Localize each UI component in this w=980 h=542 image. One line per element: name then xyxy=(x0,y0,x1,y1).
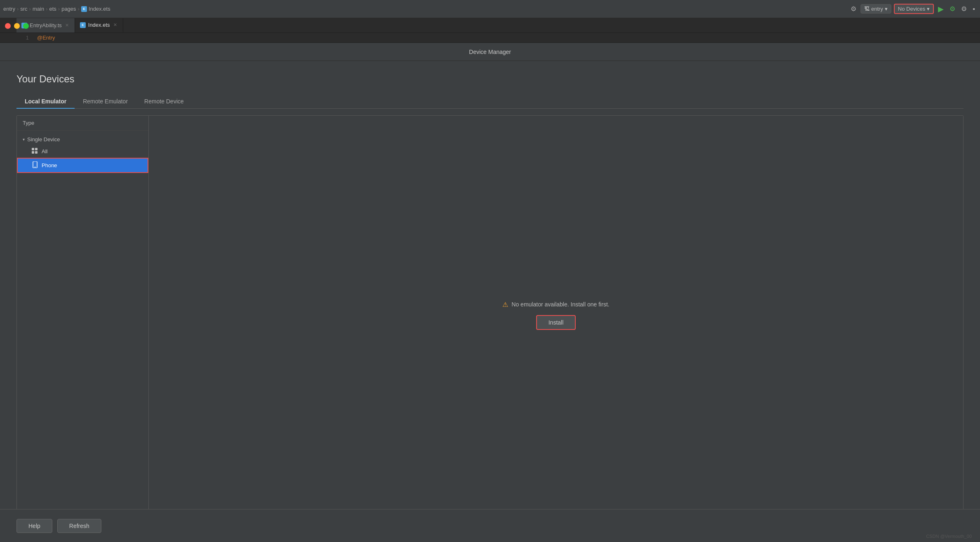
svg-rect-2 xyxy=(32,151,34,154)
tab-label-2: Index.ets xyxy=(88,22,110,28)
sidebar-header: Type xyxy=(17,116,148,131)
svg-rect-1 xyxy=(35,148,38,150)
phone-icon xyxy=(33,161,38,169)
watermark: CSDN @Vermouth_00 xyxy=(926,534,972,539)
sidebar-item-phone[interactable]: Phone xyxy=(17,158,148,173)
tab-file-icon-2: E xyxy=(80,22,86,28)
help-button[interactable]: Help xyxy=(16,519,52,533)
sidebar-item-all[interactable]: All xyxy=(17,145,148,158)
breadcrumb-file[interactable]: Index.ets xyxy=(89,6,110,12)
bottom-bar: Help Refresh xyxy=(0,509,980,542)
settings-icon-btn[interactable]: ⚙ xyxy=(849,3,858,14)
minimize-window-btn[interactable] xyxy=(14,23,20,29)
chevron-down-icon-devices: ▾ xyxy=(927,6,930,12)
breadcrumb-ets[interactable]: ets xyxy=(49,6,56,12)
breadcrumb-entry[interactable]: entry xyxy=(3,6,15,12)
no-devices-label: No Devices xyxy=(898,6,925,12)
no-emulator-message: ⚠ No emulator available. Install one fir… xyxy=(502,301,609,308)
hierarchy-icon: 🏗 xyxy=(864,6,870,12)
toolbar-right: ⚙ 🏗 entry ▾ No Devices ▾ ▶ ⚙ ⚙ ▪ xyxy=(849,3,977,15)
extra-icon-btn[interactable]: ▪ xyxy=(971,4,977,14)
svg-rect-0 xyxy=(32,148,34,150)
device-manager-title: Device Manager xyxy=(469,49,511,55)
svg-rect-3 xyxy=(35,151,38,154)
build-button[interactable]: ⚙ xyxy=(948,3,957,14)
breadcrumb-src[interactable]: src xyxy=(20,6,27,12)
sync-button[interactable]: ⚙ xyxy=(959,3,968,14)
tab-close-1[interactable]: ✕ xyxy=(64,22,70,28)
file-icon: E xyxy=(81,6,87,12)
breadcrumb-pages[interactable]: pages xyxy=(61,6,76,12)
code-line: 1 @Entry xyxy=(0,33,980,43)
tab-label-1: EntryAbility.ts xyxy=(30,22,62,28)
entry-label: entry xyxy=(871,6,883,12)
device-manager-titlebar: Device Manager xyxy=(0,43,980,61)
tab-index[interactable]: E Index.ets ✕ xyxy=(75,18,123,33)
chevron-down-icon: ▾ xyxy=(23,137,25,142)
your-devices-title: Your Devices xyxy=(16,73,964,85)
breadcrumb-main[interactable]: main xyxy=(33,6,44,12)
device-tab-nav: Local Emulator Remote Emulator Remote De… xyxy=(16,95,964,109)
sidebar-item-phone-label: Phone xyxy=(42,162,57,168)
install-button[interactable]: Install xyxy=(536,315,576,330)
close-window-btn[interactable] xyxy=(5,23,11,29)
warning-icon: ⚠ xyxy=(502,301,508,308)
sidebar-item-all-label: All xyxy=(42,148,47,154)
no-emulator-text: No emulator available. Install one first… xyxy=(511,301,609,308)
code-content: @Entry xyxy=(37,35,55,41)
chevron-down-icon: ▾ xyxy=(885,6,888,12)
top-toolbar: entry › src › main › ets › pages › E Ind… xyxy=(0,0,980,18)
device-manager-content: Your Devices Local Emulator Remote Emula… xyxy=(0,61,980,523)
tab-close-2[interactable]: ✕ xyxy=(113,22,118,28)
entry-dropdown[interactable]: 🏗 entry ▾ xyxy=(860,4,891,14)
device-sidebar: Type ▾ Single Device xyxy=(17,116,149,514)
window-controls xyxy=(5,23,29,29)
breadcrumb: entry › src › main › ets › pages › E Ind… xyxy=(3,6,110,12)
no-devices-button[interactable]: No Devices ▾ xyxy=(894,4,934,14)
svg-rect-5 xyxy=(34,167,36,168)
tab-local-emulator[interactable]: Local Emulator xyxy=(16,95,75,109)
maximize-window-btn[interactable] xyxy=(23,23,29,29)
tab-remote-device[interactable]: Remote Device xyxy=(136,95,192,109)
device-content-area: ⚠ No emulator available. Install one fir… xyxy=(149,116,963,514)
tab-remote-emulator[interactable]: Remote Emulator xyxy=(75,95,136,109)
sidebar-group-label: Single Device xyxy=(27,136,60,143)
editor-tabs: E EntryAbility.ts ✕ E Index.ets ✕ xyxy=(0,18,980,33)
sidebar-section: ▾ Single Device All xyxy=(17,131,148,176)
main-panel: Type ▾ Single Device xyxy=(16,115,964,515)
sidebar-group-single-device[interactable]: ▾ Single Device xyxy=(17,134,148,145)
run-button[interactable]: ▶ xyxy=(936,3,945,15)
grid-icon xyxy=(32,148,38,155)
refresh-button[interactable]: Refresh xyxy=(57,519,101,533)
line-number: 1 xyxy=(16,35,29,41)
